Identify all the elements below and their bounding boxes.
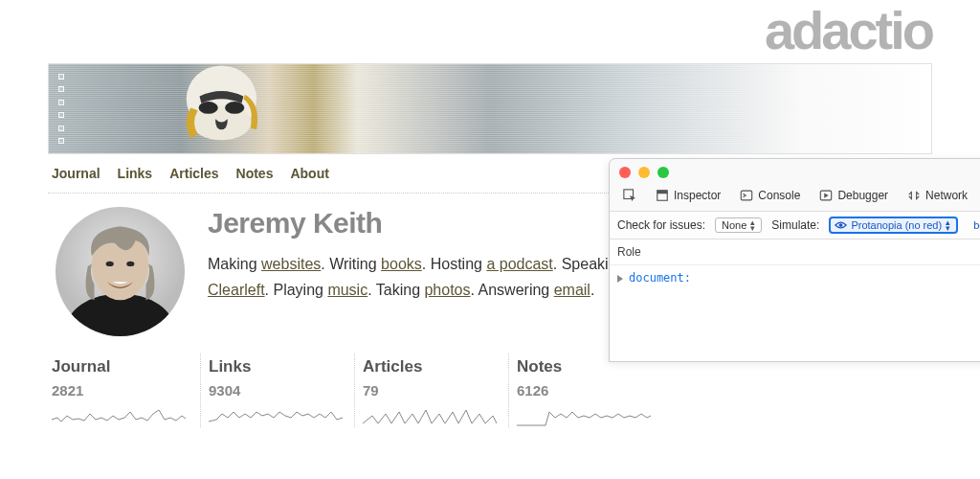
header-banner xyxy=(48,63,932,154)
nav-journal[interactable]: Journal xyxy=(52,166,100,181)
maximize-window-button[interactable] xyxy=(657,167,669,178)
nav-about[interactable]: About xyxy=(290,166,328,181)
tab-debugger[interactable]: Debugger xyxy=(812,186,896,205)
bio-link-podcast[interactable]: a podcast xyxy=(486,256,552,272)
sparkline-icon xyxy=(363,404,497,427)
issues-label: Check for issues: xyxy=(617,218,705,232)
debugger-icon xyxy=(819,189,833,202)
sparkline-icon xyxy=(52,404,189,427)
stat-journal[interactable]: Journal 2821 xyxy=(52,354,200,427)
element-picker-button[interactable] xyxy=(615,186,644,205)
issues-select[interactable]: None ▴▾ xyxy=(715,217,762,233)
tab-console[interactable]: Console xyxy=(732,186,808,205)
stat-count: 2821 xyxy=(52,382,189,399)
site-logo: adactio xyxy=(765,0,932,60)
svg-rect-11 xyxy=(657,191,668,194)
simulate-select[interactable]: Protanopia (no red) ▴▾ xyxy=(829,217,958,234)
bio-link-books[interactable]: books xyxy=(381,256,422,272)
role-header: Role xyxy=(610,240,980,265)
stat-articles[interactable]: Articles 79 xyxy=(354,354,508,427)
inspector-icon xyxy=(656,189,669,202)
stat-label: Journal xyxy=(52,357,189,376)
svg-point-8 xyxy=(126,262,134,266)
stat-count: 9304 xyxy=(209,382,343,399)
stat-count: 79 xyxy=(363,382,497,399)
network-icon xyxy=(907,189,921,202)
chevron-updown-icon: ▴▾ xyxy=(750,219,755,231)
extra-toolbar-link[interactable]: be xyxy=(968,219,980,231)
close-window-button[interactable] xyxy=(619,167,631,178)
bio-link-email[interactable]: email xyxy=(554,282,590,298)
nav-notes[interactable]: Notes xyxy=(236,166,274,181)
console-icon xyxy=(740,189,753,202)
bio-link-websites[interactable]: websites xyxy=(261,256,321,272)
tree-node-document[interactable]: document: xyxy=(629,271,691,285)
sparkline-icon xyxy=(517,404,651,427)
stat-count: 6126 xyxy=(517,382,651,399)
stormtrooper-helmet-image xyxy=(173,63,278,154)
svg-point-14 xyxy=(839,223,843,227)
chevron-updown-icon: ▴▾ xyxy=(946,219,950,231)
bio-link-clearleft[interactable]: Clearleft xyxy=(208,282,265,298)
stat-label: Articles xyxy=(363,357,497,376)
minimize-window-button[interactable] xyxy=(638,167,650,178)
stat-label: Links xyxy=(209,357,343,376)
eye-icon xyxy=(835,220,847,230)
stat-notes[interactable]: Notes 6126 xyxy=(508,354,662,427)
tab-inspector[interactable]: Inspector xyxy=(648,186,728,205)
simulate-label: Simulate: xyxy=(771,218,819,232)
nav-articles[interactable]: Articles xyxy=(169,166,218,181)
devtools-window: Inspector Console Debugger Network Check… xyxy=(609,158,980,362)
film-strip-icon xyxy=(56,64,68,153)
svg-point-2 xyxy=(199,102,218,114)
tab-network[interactable]: Network xyxy=(900,186,975,205)
nav-links[interactable]: Links xyxy=(118,166,153,181)
stat-links[interactable]: Links 9304 xyxy=(200,354,354,427)
avatar xyxy=(56,207,185,336)
svg-point-7 xyxy=(106,262,114,266)
element-picker-icon xyxy=(623,189,636,202)
bio-link-music[interactable]: music xyxy=(327,282,368,298)
disclosure-triangle-icon[interactable] xyxy=(617,275,623,283)
accessibility-tree[interactable]: document: xyxy=(610,265,980,361)
window-controls xyxy=(610,159,980,184)
stats-row: Journal 2821 Links 9304 Articles 79 Note… xyxy=(48,354,932,427)
svg-point-3 xyxy=(225,102,244,114)
sparkline-icon xyxy=(209,404,343,427)
bio-link-photos[interactable]: photos xyxy=(424,282,470,298)
